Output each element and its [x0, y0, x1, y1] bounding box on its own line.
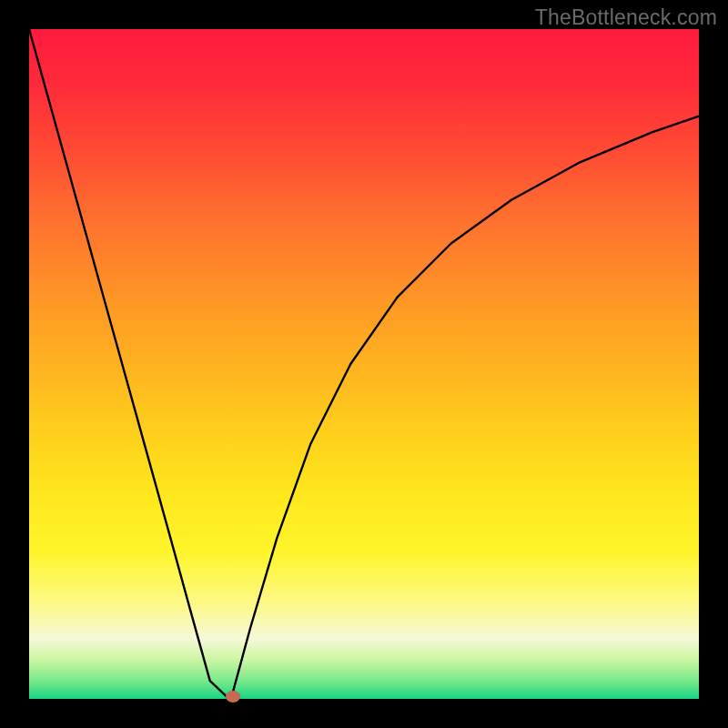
chart-frame: TheBottleneck.com	[0, 0, 728, 728]
optimal-point-marker	[226, 691, 240, 703]
watermark-text: TheBottleneck.com	[535, 5, 717, 30]
curve-layer	[29, 29, 699, 699]
bottleneck-curve	[29, 29, 699, 699]
